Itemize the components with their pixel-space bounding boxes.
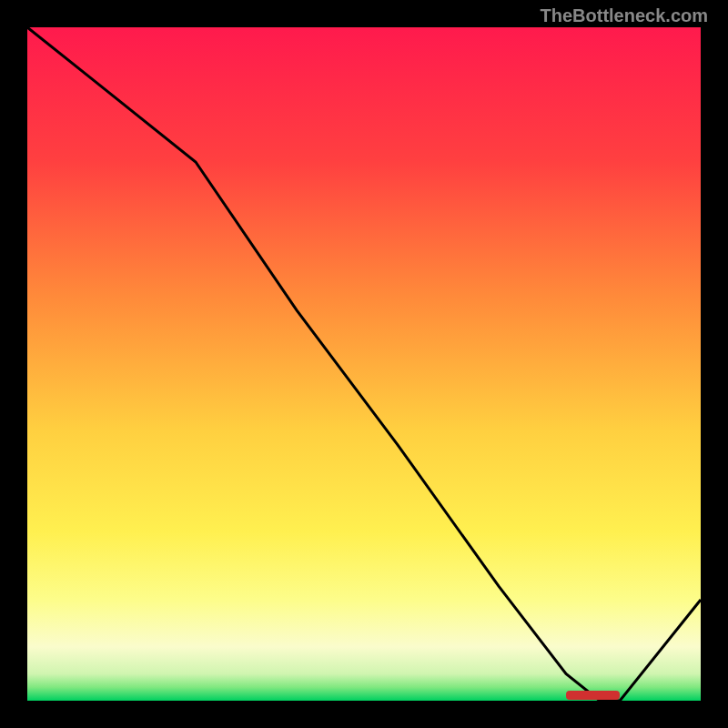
optimal-range-marker [566, 691, 620, 700]
bottleneck-curve [27, 27, 701, 701]
plot-area [27, 27, 701, 701]
chart-frame [27, 27, 701, 701]
watermark-text: TheBottleneck.com [541, 5, 708, 26]
